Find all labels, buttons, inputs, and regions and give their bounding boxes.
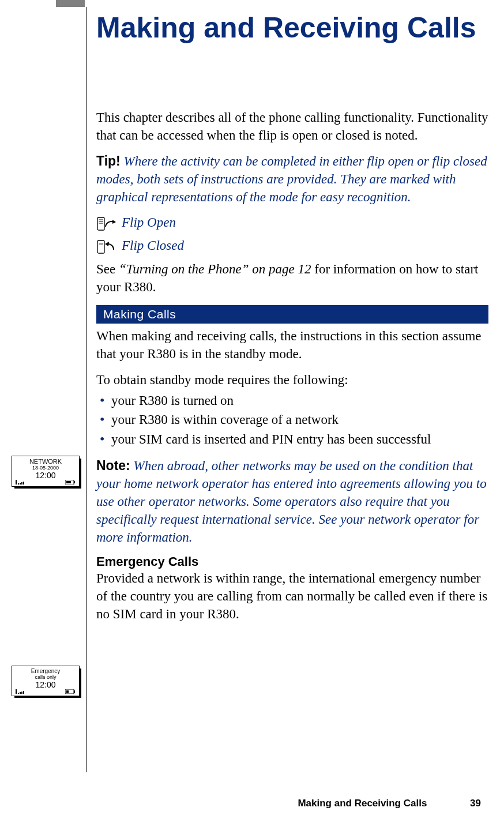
screen-emergency-label-1: Emergency [14, 668, 77, 675]
screen-time: 12:00 [14, 680, 77, 689]
left-rule [86, 7, 87, 772]
svg-rect-16 [97, 217, 104, 230]
note-lead: Note: [96, 458, 130, 473]
section-heading-making-calls: Making Calls [96, 305, 488, 324]
emergency-body: Provided a network is within range, the … [96, 569, 488, 623]
list-item: your SIM card is inserted and PIN entry … [96, 430, 488, 449]
standby-screen-figure: NETWORK 18-05-2000 12:00 [12, 456, 80, 487]
svg-rect-3 [21, 482, 22, 485]
see-ref: “Turning on the Phone” on page 12 [119, 262, 311, 276]
svg-rect-15 [66, 690, 69, 693]
flip-closed-icon [96, 237, 117, 254]
svg-rect-10 [20, 692, 21, 694]
emergency-screen-figure: Emergency calls only 12:00 [12, 666, 80, 696]
standby-requirements-list: your R380 is turned on your R380 is with… [96, 391, 488, 449]
screen-date: 18-05-2000 [14, 465, 77, 471]
phone-screen: NETWORK 18-05-2000 12:00 [12, 456, 80, 487]
svg-rect-1 [18, 483, 19, 485]
signal-strength-icon [16, 480, 28, 485]
page-title: Making and Receiving Calls [96, 12, 488, 45]
section1-para2: To obtain standby mode requires the foll… [96, 371, 488, 389]
footer-page-number: 39 [470, 798, 481, 809]
svg-rect-9 [18, 693, 19, 694]
svg-rect-11 [21, 692, 22, 694]
note-paragraph: Note: When abroad, other networks may be… [96, 457, 488, 546]
footer-title: Making and Receiving Calls [298, 798, 427, 809]
note-body: When abroad, other networks may be used … [96, 459, 487, 544]
screen-network-label: NETWORK [14, 459, 77, 465]
page-footer: Making and Receiving Calls 39 [298, 798, 481, 809]
emergency-heading: Emergency Calls [96, 554, 488, 569]
page-content: Making and Receiving Calls This chapter … [96, 12, 488, 631]
flip-open-row: Flip Open [96, 214, 488, 231]
intro-paragraph: This chapter describes all of the phone … [96, 108, 488, 144]
screen-time: 12:00 [14, 471, 77, 480]
flip-open-icon [96, 214, 117, 231]
flip-closed-row: Flip Closed [96, 237, 488, 254]
svg-rect-7 [66, 481, 71, 483]
phone-screen: Emergency calls only 12:00 [12, 666, 80, 696]
list-item: your R380 is turned on [96, 391, 488, 410]
page-edge-tab [56, 0, 85, 7]
tip-body: Where the activity can be completed in e… [96, 154, 487, 204]
signal-strength-icon [16, 689, 28, 694]
svg-rect-0 [16, 480, 17, 485]
see-reference: See “Turning on the Phone” on page 12 fo… [96, 260, 488, 296]
svg-rect-21 [97, 241, 104, 253]
tip-lead: Tip! [96, 153, 121, 168]
battery-icon [65, 689, 76, 694]
list-item: your R380 is within coverage of a networ… [96, 410, 488, 429]
svg-rect-2 [20, 483, 21, 485]
section1-para1: When making and receiving calls, the ins… [96, 327, 488, 363]
svg-marker-23 [105, 242, 109, 246]
see-pre: See [96, 262, 119, 276]
battery-icon [65, 480, 76, 485]
screen-emergency-label-2: calls only [14, 675, 77, 680]
svg-rect-8 [16, 689, 17, 694]
flip-closed-label: Flip Closed [122, 238, 184, 253]
svg-rect-4 [23, 482, 24, 485]
svg-rect-6 [74, 481, 75, 483]
svg-marker-20 [112, 220, 116, 224]
tip-paragraph: Tip! Where the activity can be completed… [96, 152, 488, 206]
svg-rect-12 [23, 691, 24, 694]
svg-rect-14 [74, 690, 75, 693]
flip-open-label: Flip Open [122, 215, 176, 230]
